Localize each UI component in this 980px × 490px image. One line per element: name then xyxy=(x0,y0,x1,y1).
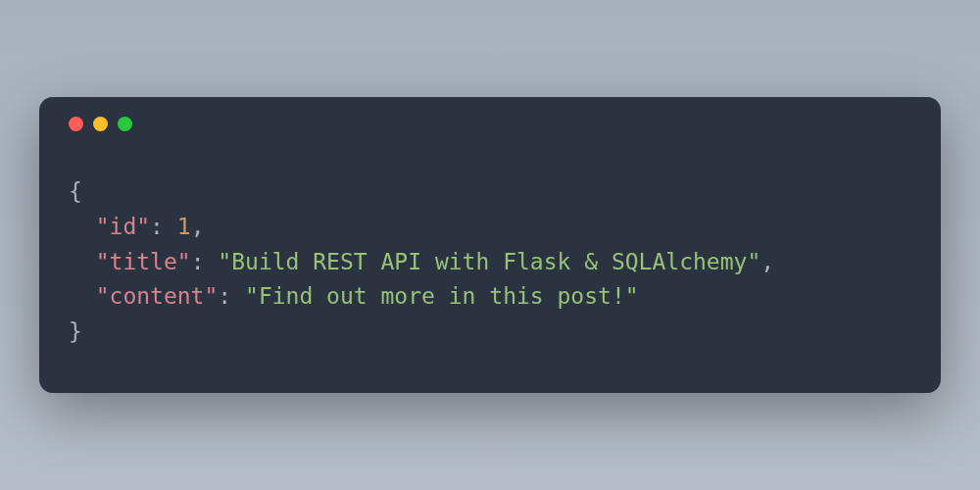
code-line: { xyxy=(69,174,911,210)
comma: , xyxy=(760,249,774,274)
code-block: { "id": 1, "title": "Build REST API with… xyxy=(69,174,911,349)
code-window: { "id": 1, "title": "Build REST API with… xyxy=(39,97,941,392)
close-brace: } xyxy=(69,318,82,344)
close-icon[interactable] xyxy=(69,117,83,131)
code-line: "content": "Find out more in this post!" xyxy=(69,279,911,315)
window-titlebar xyxy=(69,117,911,131)
minimize-icon[interactable] xyxy=(93,117,108,131)
json-key-title: "title" xyxy=(96,249,191,274)
colon: : xyxy=(150,214,164,239)
code-line: } xyxy=(69,315,911,350)
colon: : xyxy=(218,283,231,309)
maximize-icon[interactable] xyxy=(118,117,132,131)
open-brace: { xyxy=(69,178,82,204)
json-key-id: "id" xyxy=(96,214,150,239)
code-line: "title": "Build REST API with Flask & SQ… xyxy=(69,245,911,280)
comma: , xyxy=(191,214,205,239)
json-value-content: "Find out more in this post!" xyxy=(245,283,639,309)
json-value-title: "Build REST API with Flask & SQLAlchemy" xyxy=(218,249,760,274)
colon: : xyxy=(191,249,205,274)
json-key-content: "content" xyxy=(96,283,219,309)
code-line: "id": 1, xyxy=(69,210,911,245)
json-value-id: 1 xyxy=(177,214,191,239)
